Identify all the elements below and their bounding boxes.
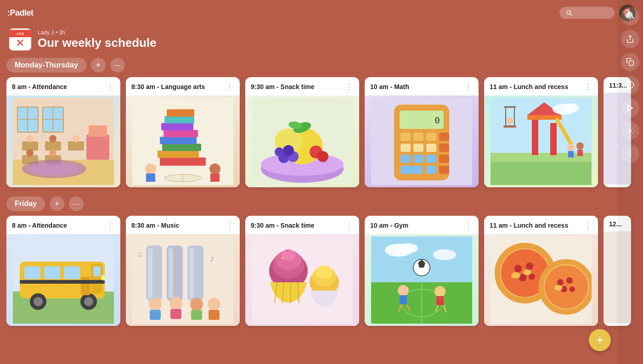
card-menu-icon[interactable]: ⋮ xyxy=(584,220,592,230)
fab-add-button[interactable]: + xyxy=(589,329,611,351)
svg-rect-60 xyxy=(413,133,423,141)
svg-point-186 xyxy=(630,151,631,152)
card-header: 8 am - Attendance ⋮ xyxy=(6,216,120,234)
svg-point-35 xyxy=(145,163,156,174)
card-header: 10 am - Gym ⋮ xyxy=(365,216,479,234)
copy-button[interactable] xyxy=(621,53,639,71)
svg-point-187 xyxy=(630,153,631,154)
svg-rect-66 xyxy=(439,144,449,152)
calendar-month: JAN xyxy=(9,30,31,37)
card-title: 8 am - Attendance xyxy=(12,222,67,229)
svg-rect-31 xyxy=(164,130,198,137)
svg-point-123 xyxy=(208,298,220,311)
card-f-snack-time[interactable]: 9:30 am - Snack time ⋮ xyxy=(245,216,359,326)
card-f-gym[interactable]: 10 am - Gym ⋮ xyxy=(365,216,479,326)
more-button[interactable] xyxy=(621,145,639,163)
section-title-monday-thursday: Monday-Thursday xyxy=(6,58,86,73)
card-title: 8:30 am - Language arts xyxy=(131,83,205,90)
svg-rect-23 xyxy=(89,125,107,137)
svg-point-86 xyxy=(576,142,584,150)
svg-rect-115 xyxy=(169,248,173,298)
card-header: 8 am - Attendance ⋮ xyxy=(6,77,120,95)
calendar-day xyxy=(16,38,25,49)
svg-point-37 xyxy=(209,163,220,174)
svg-point-172 xyxy=(545,265,588,308)
card-header: 11 am - Lunch and recess ⋮ xyxy=(484,77,598,95)
svg-rect-101 xyxy=(64,266,80,279)
svg-rect-28 xyxy=(158,151,199,158)
cards-row-friday: 8 am - Attendance ⋮ xyxy=(6,216,637,332)
card-f-attendance[interactable]: 8 am - Attendance ⋮ xyxy=(6,216,120,326)
svg-point-152 xyxy=(398,285,409,296)
svg-rect-64 xyxy=(413,144,423,152)
card-title: 10 am - Gym xyxy=(370,222,408,229)
section-more-button-monday-thursday[interactable]: ··· xyxy=(110,58,125,73)
share-button[interactable] xyxy=(621,30,639,48)
svg-rect-157 xyxy=(436,296,444,305)
svg-rect-67 xyxy=(400,155,411,163)
card-mt-snack-time[interactable]: 9:30 am - Snack time ⋮ xyxy=(245,77,359,187)
card-title: 11 am - Lunch and recess xyxy=(490,222,568,229)
bell-icon xyxy=(626,12,634,20)
svg-rect-79 xyxy=(550,123,557,155)
card-menu-icon[interactable]: ⋮ xyxy=(226,82,234,92)
svg-point-17 xyxy=(26,135,34,142)
card-menu-icon[interactable]: ⋮ xyxy=(464,220,473,230)
svg-rect-22 xyxy=(86,134,109,160)
svg-point-168 xyxy=(529,274,535,280)
svg-rect-65 xyxy=(426,144,436,152)
section-add-button-monday-thursday[interactable]: + xyxy=(91,58,106,73)
card-menu-icon[interactable]: ⋮ xyxy=(226,220,234,230)
page-subtitle: Lady J • 3h xyxy=(38,29,157,36)
svg-text:0: 0 xyxy=(434,115,440,126)
card-mt-attendance[interactable]: 8 am - Attendance ⋮ xyxy=(6,77,120,187)
card-menu-icon[interactable]: ⋮ xyxy=(584,82,592,92)
svg-point-145 xyxy=(398,243,418,253)
card-menu-icon[interactable]: ⋮ xyxy=(345,82,354,92)
card-menu-icon[interactable]: ⋮ xyxy=(106,220,115,230)
bell-button[interactable] xyxy=(621,7,639,25)
svg-rect-77 xyxy=(491,153,592,162)
card-mt-language-arts[interactable]: 8:30 am - Language arts ⋮ xyxy=(126,77,240,187)
card-header: 9:30 am - Snack time ⋮ xyxy=(245,216,359,234)
svg-point-0 xyxy=(567,11,570,14)
svg-point-177 xyxy=(570,286,575,292)
search-bar[interactable] xyxy=(559,7,615,19)
info-icon xyxy=(626,81,634,89)
calendar-icon: JAN xyxy=(9,28,31,50)
info-button[interactable] xyxy=(621,76,639,94)
settings-button[interactable] xyxy=(621,122,639,140)
card-mt-math[interactable]: 10 am - Math ⋮ 0 xyxy=(365,77,479,187)
svg-rect-108 xyxy=(20,280,105,284)
play-button[interactable] xyxy=(621,99,639,117)
card-image-calculator: 0 xyxy=(365,95,479,187)
svg-point-146 xyxy=(433,249,456,260)
card-menu-icon[interactable]: ⋮ xyxy=(464,82,473,92)
svg-rect-85 xyxy=(568,151,574,157)
svg-point-21 xyxy=(49,149,56,157)
svg-point-170 xyxy=(523,269,531,275)
svg-rect-32 xyxy=(161,123,193,130)
svg-rect-124 xyxy=(209,310,220,320)
search-icon xyxy=(566,10,572,16)
svg-point-188 xyxy=(630,156,631,157)
svg-point-92 xyxy=(507,118,513,124)
section-add-button-friday[interactable]: + xyxy=(50,196,64,211)
svg-point-174 xyxy=(557,279,564,286)
card-header: 8:30 am - Music ⋮ xyxy=(126,216,240,234)
card-menu-icon[interactable]: ⋮ xyxy=(106,82,115,92)
settings-icon xyxy=(626,127,634,135)
svg-rect-14 xyxy=(68,141,84,151)
svg-rect-114 xyxy=(148,248,152,298)
app-logo: :Padlet xyxy=(7,8,34,18)
svg-point-178 xyxy=(554,285,563,291)
card-f-music[interactable]: 8:30 am - Music ⋮ xyxy=(126,216,240,326)
svg-rect-38 xyxy=(210,174,220,182)
section-more-button-friday[interactable]: ··· xyxy=(69,196,84,211)
card-menu-icon[interactable]: ⋮ xyxy=(345,220,354,230)
svg-rect-78 xyxy=(532,116,538,155)
card-f-lunch-recess[interactable]: 11 am - Lunch and recess ⋮ xyxy=(484,216,598,326)
card-image-pizza xyxy=(484,234,598,326)
card-mt-lunch-recess[interactable]: 11 am - Lunch and recess ⋮ xyxy=(484,77,598,187)
card-title: 9:30 am - Snack time xyxy=(251,83,315,90)
